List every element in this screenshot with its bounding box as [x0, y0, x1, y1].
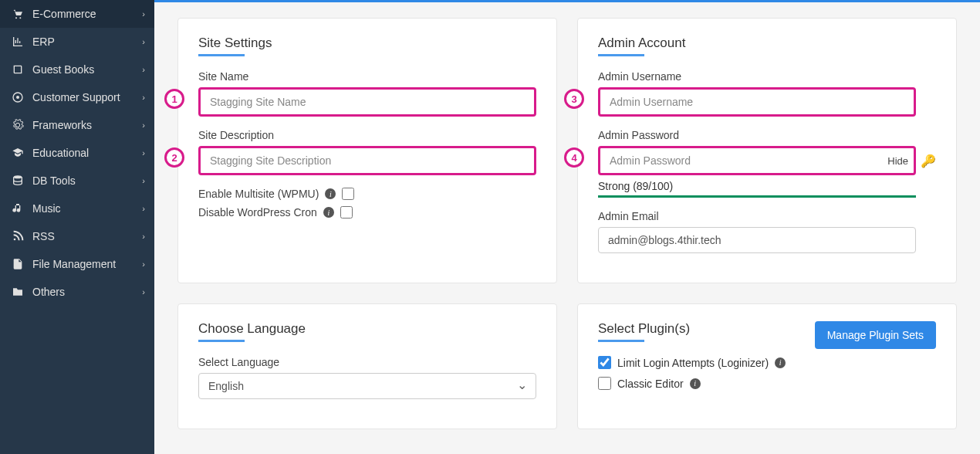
svg-point-5 — [14, 239, 16, 241]
admin-username-input[interactable] — [598, 87, 916, 117]
sidebar-item-label: Customer Support — [32, 91, 120, 103]
chevron-right-icon: › — [142, 204, 145, 213]
step-badge-2: 2 — [164, 147, 184, 168]
sidebar-item-label: E-Commerce — [32, 8, 96, 20]
sidebar-item-frameworks[interactable]: Frameworks › — [0, 111, 154, 139]
sidebar-item-filemgmt[interactable]: File Management › — [0, 250, 154, 278]
sidebar-item-label: ERP — [32, 36, 55, 48]
step-badge-1: 1 — [164, 89, 184, 109]
site-name-label: Site Name — [198, 70, 536, 83]
sidebar-item-rss[interactable]: RSS › — [0, 222, 154, 250]
card-title: Site Settings — [198, 36, 536, 51]
rss-icon — [11, 230, 25, 242]
admin-username-label: Admin Username — [598, 70, 936, 83]
card-language: Choose Language Select Language English — [177, 303, 557, 429]
step-badge-3: 3 — [564, 89, 584, 109]
chevron-right-icon: › — [142, 120, 145, 130]
manage-plugin-sets-button[interactable]: Manage Plugin Sets — [815, 321, 936, 349]
sidebar-item-music[interactable]: Music › — [0, 195, 154, 222]
chevron-right-icon: › — [142, 176, 145, 185]
sidebar-item-others[interactable]: Others › — [0, 278, 154, 306]
admin-password-input[interactable] — [598, 146, 916, 175]
title-underline — [598, 340, 644, 342]
sidebar-item-erp[interactable]: ERP › — [0, 28, 154, 56]
info-icon[interactable]: i — [323, 207, 334, 218]
main-content: Site Settings 1 Site Name 2 Site Descrip… — [154, 0, 980, 454]
chevron-right-icon: › — [142, 9, 145, 19]
chevron-right-icon: › — [142, 93, 145, 102]
card-plugins: Manage Plugin Sets Select Plugin(s) Limi… — [577, 303, 957, 429]
info-icon[interactable]: i — [325, 188, 336, 199]
title-underline — [598, 54, 644, 56]
info-icon[interactable]: i — [775, 357, 786, 368]
admin-email-input[interactable] — [598, 227, 916, 253]
music-icon — [11, 202, 25, 215]
plugin-loginizer-label: Limit Login Attempts (Loginizer) — [617, 357, 769, 369]
title-underline — [198, 54, 245, 56]
files-icon — [11, 258, 25, 270]
svg-point-1 — [19, 17, 21, 19]
plugin-classic-label: Classic Editor — [617, 378, 684, 390]
svg-point-3 — [16, 96, 19, 99]
title-underline — [198, 340, 245, 342]
language-select[interactable]: English — [198, 373, 536, 399]
sidebar-item-label: DB Tools — [32, 174, 76, 187]
card-site-settings: Site Settings 1 Site Name 2 Site Descrip… — [177, 18, 557, 283]
sidebar-item-label: Guest Books — [32, 63, 94, 76]
info-icon[interactable]: i — [690, 378, 701, 389]
plugin-classic-checkbox[interactable] — [598, 377, 611, 390]
sidebar-item-label: File Management — [32, 258, 116, 270]
svg-point-4 — [14, 175, 22, 178]
chevron-right-icon: › — [142, 259, 145, 269]
step-badge-4: 4 — [564, 147, 584, 168]
sidebar-item-guestbooks[interactable]: Guest Books › — [0, 56, 154, 83]
sidebar-item-label: Frameworks — [32, 119, 92, 131]
book-icon — [11, 63, 25, 76]
disable-cron-label: Disable WordPress Cron — [198, 206, 317, 219]
sidebar-item-label: Music — [32, 202, 61, 215]
chevron-right-icon: › — [142, 287, 145, 296]
enable-multisite-label: Enable Multisite (WPMU) — [198, 188, 319, 200]
svg-point-0 — [15, 17, 17, 19]
support-icon — [11, 91, 25, 103]
site-name-input[interactable] — [198, 87, 536, 117]
sidebar: E-Commerce › ERP › Guest Books › Custome… — [0, 0, 154, 454]
hide-password-button[interactable]: Hide — [887, 155, 908, 167]
sidebar-item-dbtools[interactable]: DB Tools › — [0, 167, 154, 195]
enable-multisite-checkbox[interactable] — [342, 188, 354, 200]
site-desc-label: Site Description — [198, 129, 536, 141]
sidebar-item-label: Educational — [32, 147, 89, 159]
sidebar-item-educational[interactable]: Educational › — [0, 139, 154, 167]
cart-icon — [11, 8, 25, 20]
folder-icon — [11, 286, 25, 298]
site-desc-input[interactable] — [198, 146, 536, 175]
password-strength-text: Strong (89/100) — [598, 180, 936, 192]
key-icon[interactable]: 🔑 — [921, 154, 936, 168]
card-title: Admin Account — [598, 36, 936, 51]
gears-icon — [11, 119, 25, 131]
chevron-right-icon: › — [142, 232, 145, 241]
sidebar-item-support[interactable]: Customer Support › — [0, 83, 154, 111]
chevron-right-icon: › — [142, 65, 145, 74]
password-strength-bar — [598, 195, 916, 198]
admin-email-label: Admin Email — [598, 210, 936, 222]
sidebar-item-label: Others — [32, 286, 65, 298]
disable-cron-checkbox[interactable] — [340, 206, 353, 219]
chevron-right-icon: › — [142, 37, 145, 46]
graduation-icon — [11, 147, 25, 159]
card-title: Choose Language — [198, 321, 536, 337]
sidebar-item-ecommerce[interactable]: E-Commerce › — [0, 0, 154, 28]
sidebar-item-label: RSS — [32, 230, 55, 242]
chevron-right-icon: › — [142, 148, 145, 158]
select-language-label: Select Language — [198, 356, 536, 368]
plugin-loginizer-checkbox[interactable] — [598, 356, 611, 369]
card-admin-account: Admin Account 3 Admin Username 4 Admin P… — [577, 18, 957, 283]
admin-password-label: Admin Password — [598, 129, 936, 141]
database-icon — [11, 174, 25, 187]
chart-icon — [11, 36, 25, 48]
